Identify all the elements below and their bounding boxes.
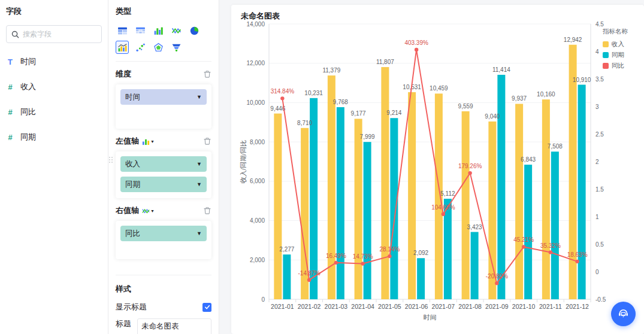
svg-text:8,710: 8,710 — [297, 120, 312, 126]
right-axis-type-button[interactable]: ▼ — [142, 207, 155, 215]
svg-text:28.14%: 28.14% — [379, 246, 400, 253]
svg-text:2,092: 2,092 — [413, 250, 428, 256]
field-item-yoy[interactable]: # 同比 — [6, 104, 102, 120]
svg-text:5,112: 5,112 — [440, 190, 455, 197]
text-field-icon: T — [6, 57, 14, 66]
dimension-pill-time[interactable]: 时间 ▼ — [120, 89, 207, 105]
left-axis-dropzone[interactable]: 收入 ▼ 同期 ▼ — [116, 151, 211, 198]
svg-text:3: 3 — [595, 104, 599, 110]
field-search[interactable] — [6, 25, 102, 43]
right-axis-pill-yoy[interactable]: 同比 ▼ — [120, 226, 207, 241]
svg-text:9,937: 9,937 — [512, 95, 527, 102]
scatter-chart-icon[interactable] — [134, 41, 147, 54]
left-axis-header: 左值轴 ▼ — [116, 136, 211, 147]
svg-text:9,214: 9,214 — [386, 110, 401, 116]
svg-text:2021-12: 2021-12 — [566, 303, 589, 310]
svg-text:12,942: 12,942 — [564, 37, 582, 43]
chevron-down-icon[interactable]: ▼ — [196, 230, 202, 236]
svg-text:2021-10: 2021-10 — [512, 303, 536, 310]
svg-text:35.32%: 35.32% — [540, 242, 561, 249]
dimension-clear-button[interactable] — [203, 70, 211, 78]
pill-label: 时间 — [125, 92, 140, 102]
search-icon — [11, 31, 19, 38]
svg-text:2: 2 — [595, 159, 599, 165]
field-label: 同期 — [20, 132, 36, 142]
funnel-chart-icon[interactable] — [170, 41, 183, 54]
bar-chart-icon[interactable] — [152, 24, 165, 37]
svg-text:7,999: 7,999 — [360, 133, 375, 140]
summary-table-icon[interactable] — [116, 24, 129, 37]
field-item-same-period[interactable]: # 同期 — [6, 129, 102, 145]
svg-text:1.5: 1.5 — [595, 186, 604, 193]
pie-chart-icon[interactable] — [188, 24, 201, 37]
combo-chart-icon[interactable] — [116, 41, 129, 54]
number-field-icon: # — [6, 108, 14, 117]
svg-text:2021-01: 2021-01 — [271, 303, 294, 310]
svg-text:14.73%: 14.73% — [353, 253, 373, 260]
chevron-down-icon[interactable]: ▼ — [196, 181, 202, 187]
panel-resize-handle[interactable] — [109, 157, 113, 163]
svg-text:45.21%: 45.21% — [513, 236, 534, 243]
left-axis-type-button[interactable]: ▼ — [142, 138, 155, 145]
chart-title: 未命名图表 — [241, 11, 280, 22]
check-icon — [204, 304, 210, 310]
field-item-income[interactable]: # 收入 — [6, 79, 102, 95]
chart-card: 未命名图表 02,0004,0006,0008,00010,00012,0001… — [231, 5, 644, 334]
chevron-down-icon[interactable]: ▼ — [196, 161, 202, 167]
svg-text:12,000: 12,000 — [246, 60, 265, 66]
svg-text:2021-03: 2021-03 — [325, 303, 348, 310]
legend-swatch — [603, 41, 609, 47]
detail-table-icon[interactable] — [134, 24, 147, 37]
field-label: 同比 — [20, 107, 36, 117]
svg-text:11,379: 11,379 — [322, 67, 340, 74]
svg-text:9,559: 9,559 — [458, 103, 473, 110]
divider — [116, 61, 211, 62]
svg-text:2021-09: 2021-09 — [485, 303, 509, 310]
trash-icon — [203, 137, 211, 145]
chart-title-input-value: 未命名图表 — [141, 322, 179, 330]
radar-chart-icon[interactable] — [152, 41, 165, 54]
chevron-down-icon[interactable]: ▼ — [196, 94, 202, 100]
svg-text:6,000: 6,000 — [250, 178, 265, 184]
svg-text:14,000: 14,000 — [246, 21, 265, 28]
pill-label: 同比 — [125, 229, 140, 239]
dimension-dropzone[interactable]: 时间 ▼ — [116, 84, 211, 129]
legend-item-same-period[interactable]: 同期 — [603, 51, 628, 59]
show-title-checkbox[interactable] — [202, 303, 211, 312]
left-axis-pill-income[interactable]: 收入 ▼ — [120, 156, 207, 172]
svg-text:2021-06: 2021-06 — [405, 303, 428, 310]
legend-swatch — [603, 52, 609, 58]
svg-text:0.5: 0.5 — [595, 241, 604, 248]
field-search-input[interactable] — [23, 30, 96, 38]
left-axis-pill-same-period[interactable]: 同期 ▼ — [120, 177, 207, 192]
left-axis-clear-button[interactable] — [203, 137, 211, 145]
chart-title-input[interactable]: 未命名图表 — [137, 318, 211, 334]
legend-item-income[interactable]: 收入 — [603, 40, 628, 48]
right-axis-label: 右值轴 — [116, 205, 139, 216]
legend-item-yoy[interactable]: 同比 — [603, 62, 628, 70]
divider — [116, 275, 211, 275]
svg-text:0: 0 — [595, 269, 599, 275]
svg-text:2.5: 2.5 — [595, 131, 604, 138]
left-axis-label: 左值轴 — [116, 136, 139, 147]
svg-text:1: 1 — [595, 214, 599, 220]
svg-text:3.5: 3.5 — [595, 76, 604, 83]
line-chart-icon[interactable] — [170, 24, 183, 37]
right-axis-dropzone[interactable]: 同比 ▼ — [116, 221, 211, 259]
combo-chart: 02,0004,0006,0008,00010,00012,00014,000-… — [231, 5, 644, 334]
svg-text:10,000: 10,000 — [246, 99, 265, 106]
svg-text:179.26%: 179.26% — [458, 163, 482, 169]
support-chat-button[interactable] — [611, 302, 636, 326]
chevron-down-icon: ▼ — [150, 209, 155, 213]
right-axis-clear-button[interactable] — [203, 207, 211, 215]
fields-sidebar: 字段 T 时间 # 收入 # 同比 # 同期 — [0, 0, 108, 334]
svg-text:-14.87%: -14.87% — [298, 270, 321, 277]
svg-text:9,040: 9,040 — [485, 113, 500, 120]
field-item-time[interactable]: T 时间 — [6, 54, 102, 69]
pill-label: 收入 — [125, 159, 140, 169]
svg-text:18.63%: 18.63% — [567, 251, 588, 258]
legend-label: 收入 — [612, 40, 624, 48]
svg-text:-20.80%: -20.80% — [486, 273, 508, 280]
svg-text:10,160: 10,160 — [537, 91, 555, 98]
dimension-label: 维度 — [116, 69, 131, 80]
